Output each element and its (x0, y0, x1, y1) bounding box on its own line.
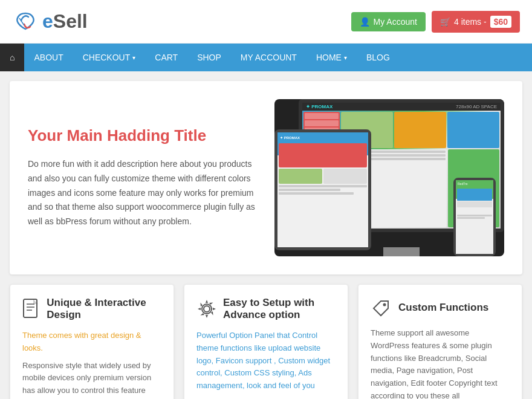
document-icon (22, 298, 41, 320)
nav-cart[interactable]: CART (145, 44, 187, 71)
nav-home-link[interactable]: HOME ▾ (307, 44, 357, 71)
nav-home-button[interactable]: ⌂ (0, 44, 24, 71)
cart-label: 4 items - (454, 17, 487, 27)
hero-description: Do more fun with it add description here… (28, 157, 258, 229)
tag-icon (371, 297, 392, 319)
hero-device-mockup: ✦ PROMAX 728x90 AD SPACE (274, 99, 504, 256)
feature-easy-setup: Easy to Setup with Advance option Powerf… (184, 284, 348, 399)
svg-point-4 (204, 306, 210, 312)
promax-label: ✦ PROMAX (306, 104, 332, 109)
gear-icon (196, 298, 217, 320)
hero-section: Your Main Hadding Title Do more fun with… (10, 81, 522, 274)
account-label: My Account (374, 17, 417, 27)
cart-icon: 🛒 (440, 17, 450, 27)
cart-button[interactable]: 🛒 4 items - $60 (432, 11, 520, 33)
header: eSell 👤 My Account 🛒 4 items - $60 (0, 0, 532, 44)
feature-desc-1: Responsive style that widely used by mob… (22, 360, 161, 399)
hero-text: Your Main Hadding Title Do more fun with… (28, 126, 258, 229)
account-icon: 👤 (360, 17, 370, 27)
feature-title-3: Custom Functions (398, 302, 488, 314)
header-actions: 👤 My Account 🛒 4 items - $60 (351, 11, 520, 33)
feature-title-1: Unique & Interactive Design (47, 297, 161, 321)
navbar: ⌂ ABOUT CHECKOUT ▾ CART SHOP MY ACCOUNT … (0, 44, 532, 71)
feature-unique-design: Unique & Interactive Design Theme comes … (10, 284, 174, 399)
feature-highlight-1: Theme comes with great design & looks. (22, 329, 161, 355)
nav-about[interactable]: ABOUT (24, 44, 73, 71)
svg-point-6 (383, 303, 386, 307)
feature-title-2: Easy to Setup with Advance option (223, 297, 336, 321)
feature-custom-functions: Custom Functions Theme support all aweso… (358, 284, 522, 399)
feature-highlight-2: Powerful Option Panel that Control theme… (196, 329, 336, 392)
hero-title: Your Main Hadding Title (28, 126, 258, 145)
nav-myaccount[interactable]: MY ACCOUNT (231, 44, 307, 71)
phone-device: RedTre (453, 178, 496, 256)
nav-checkout[interactable]: CHECKOUT ▾ (73, 44, 146, 71)
feature-header-3: Custom Functions (371, 297, 510, 319)
monitor-stand (383, 247, 420, 256)
tablet-device: ✦ PROMAX (274, 129, 371, 250)
logo-icon (12, 8, 39, 35)
home-icon: ⌂ (10, 53, 15, 62)
cart-price: $60 (490, 16, 511, 28)
feature-header-1: Unique & Interactive Design (22, 297, 161, 321)
home-arrow-icon: ▾ (344, 54, 347, 61)
nav-shop[interactable]: SHOP (187, 44, 231, 71)
ad-space-label: 728x90 AD SPACE (456, 104, 497, 109)
feature-header-2: Easy to Setup with Advance option (196, 297, 336, 321)
checkout-arrow-icon: ▾ (132, 54, 135, 61)
logo: eSell (12, 8, 88, 35)
my-account-button[interactable]: 👤 My Account (351, 12, 426, 31)
features-section: Unique & Interactive Design Theme comes … (10, 284, 522, 399)
nav-blog[interactable]: BLOG (357, 44, 400, 71)
logo-text: eSell (42, 10, 88, 33)
feature-desc-3: Theme support all awesome WordPress feat… (371, 327, 510, 399)
